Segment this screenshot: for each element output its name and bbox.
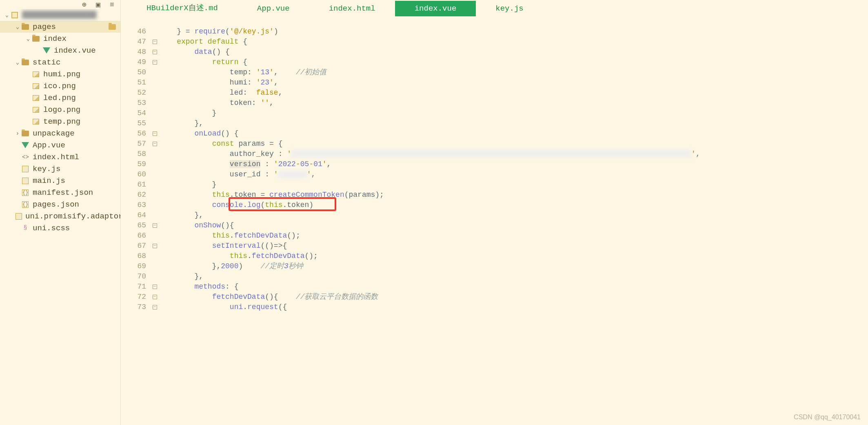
tab-app-vue[interactable]: App.vue xyxy=(238,1,309,16)
tree-item-key-js[interactable]: key.js xyxy=(0,163,120,175)
fold-marker[interactable]: − xyxy=(150,302,159,312)
fold-marker[interactable]: − xyxy=(150,220,159,231)
tree-item-ico-png[interactable]: ico.png xyxy=(0,80,120,92)
sidebar-toggle-icon[interactable]: ▣ xyxy=(96,1,102,8)
fold-marker[interactable]: − xyxy=(150,282,159,292)
editor-pane: HBuilderX自述.mdApp.vueindex.htmlindex.vue… xyxy=(120,0,868,425)
tree-root[interactable]: ⌄ ████████████████ xyxy=(0,9,120,21)
code-line-56[interactable]: onLoad() { xyxy=(159,129,868,139)
line-number: 57 xyxy=(121,139,150,149)
fold-marker[interactable]: − xyxy=(150,57,159,67)
code-line-53[interactable]: token: '', xyxy=(159,98,868,108)
code-line-49[interactable]: return { xyxy=(159,57,868,67)
tree-item-label: main.js xyxy=(33,176,65,185)
fold-marker xyxy=(150,108,159,118)
tree-item-label: index.html xyxy=(33,153,79,162)
fold-marker xyxy=(150,190,159,200)
code-line-66[interactable]: this.fetchDevData(); xyxy=(159,231,868,241)
code-line-51[interactable]: humi: '23', xyxy=(159,78,868,88)
fold-marker xyxy=(150,27,159,37)
code-line-55[interactable]: }, xyxy=(159,118,868,129)
code-line-71[interactable]: methods: { xyxy=(159,282,868,292)
tree-item-label: logo.png xyxy=(43,105,80,114)
tree-item-label: index.vue xyxy=(54,46,96,55)
line-number: 51 xyxy=(121,78,150,88)
fold-marker xyxy=(150,149,159,159)
fold-marker[interactable]: − xyxy=(150,292,159,302)
code-line-57[interactable]: const params = { xyxy=(159,139,868,149)
code-line-72[interactable]: fetchDevData(){ //获取云平台数据的函数 xyxy=(159,292,868,302)
code-line-54[interactable]: } xyxy=(159,108,868,118)
code-line-65[interactable]: onShow(){ xyxy=(159,220,868,231)
js-icon xyxy=(16,212,22,220)
fold-gutter: −−−−−−−−−− xyxy=(150,16,159,425)
editor-tabs: HBuilderX自述.mdApp.vueindex.htmlindex.vue… xyxy=(121,0,868,16)
code-line-52[interactable]: led: false, xyxy=(159,88,868,98)
menu-icon[interactable]: ≡ xyxy=(110,1,116,8)
code-line-50[interactable]: temp: '13', //初始值 xyxy=(159,67,868,78)
fold-marker[interactable]: − xyxy=(150,241,159,251)
tree-item-index-html[interactable]: <>index.html xyxy=(0,151,120,163)
target-icon[interactable]: ⊕ xyxy=(82,1,89,8)
fold-marker xyxy=(150,159,159,169)
code-area[interactable]: 4647484950515253545556575859606162636465… xyxy=(121,16,868,425)
code-line-67[interactable]: setInterval(()=>{ xyxy=(159,241,868,251)
fold-marker[interactable]: − xyxy=(150,47,159,57)
code-line-70[interactable]: }, xyxy=(159,271,868,282)
tab-key-js[interactable]: key.js xyxy=(476,1,543,16)
tree-item-index-vue[interactable]: index.vue xyxy=(0,45,120,56)
chevron-down-icon: ⌄ xyxy=(15,59,20,66)
fold-marker xyxy=(150,200,159,210)
tree-item-pages-json[interactable]: {}pages.json xyxy=(0,198,120,210)
vue-icon xyxy=(42,47,51,55)
tree-item-humi-png[interactable]: humi.png xyxy=(0,68,120,80)
json-icon: {} xyxy=(21,200,29,209)
tree-item-led-png[interactable]: led.png xyxy=(0,92,120,104)
line-number: 46 xyxy=(121,27,150,37)
sidebar-toolbar: ⊕ ▣ ≡ xyxy=(0,0,120,9)
tab-index-html[interactable]: index.html xyxy=(309,1,395,16)
tree-item-label: index xyxy=(43,34,67,43)
file-tree[interactable]: ⌄ ████████████████ ⌄pages⌄indexindex.vue… xyxy=(0,9,120,425)
image-icon xyxy=(32,106,40,114)
tree-item-logo-png[interactable]: logo.png xyxy=(0,104,120,116)
tree-item-app-vue[interactable]: App.vue xyxy=(0,139,120,151)
code-content[interactable]: } = require('@/key.js') export default {… xyxy=(159,16,868,425)
tree-item-pages[interactable]: ⌄pages xyxy=(0,21,120,33)
tree-item-uni-scss[interactable]: §uni.scss xyxy=(0,222,120,234)
tab-hbuilderx-md[interactable]: HBuilderX自述.md xyxy=(127,0,238,16)
code-line-68[interactable]: this.fetchDevData(); xyxy=(159,251,868,261)
code-line-58[interactable]: author_key : '', xyxy=(159,149,868,159)
code-line-47[interactable]: export default { xyxy=(159,37,868,47)
code-line-61[interactable]: } xyxy=(159,180,868,190)
code-line-46[interactable]: } = require('@/key.js') xyxy=(159,27,868,37)
code-line-73[interactable]: uni.request({ xyxy=(159,302,868,312)
tree-item-temp-png[interactable]: temp.png xyxy=(0,116,120,127)
code-line-69[interactable]: },2000) //定时3秒钟 xyxy=(159,261,868,271)
tree-item-manifest-json[interactable]: {}manifest.json xyxy=(0,187,120,198)
tree-item-index[interactable]: ⌄index xyxy=(0,33,120,45)
tab-index-vue[interactable]: index.vue xyxy=(395,1,476,16)
line-number: 66 xyxy=(121,231,150,241)
tree-item-unpackage[interactable]: ›unpackage xyxy=(0,127,120,139)
tree-item-uni-promisify-adaptor-js[interactable]: uni.promisify.adaptor.js xyxy=(0,210,120,222)
tree-item-label: ico.png xyxy=(43,82,76,91)
tree-item-label: pages xyxy=(33,22,56,31)
code-line-64[interactable]: }, xyxy=(159,210,868,220)
line-number: 47 xyxy=(121,37,150,47)
code-line-48[interactable]: data() { xyxy=(159,47,868,57)
tree-item-main-js[interactable]: main.js xyxy=(0,175,120,187)
fold-marker xyxy=(150,261,159,271)
line-number: 50 xyxy=(121,67,150,78)
fold-marker[interactable]: − xyxy=(150,129,159,139)
line-number: 73 xyxy=(121,302,150,312)
code-line-60[interactable]: user_id : '', xyxy=(159,169,868,180)
code-line-59[interactable]: version : '2022-05-01', xyxy=(159,159,868,169)
fold-marker[interactable]: − xyxy=(150,139,159,149)
json-icon: {} xyxy=(21,189,29,197)
tree-item-label: static xyxy=(33,58,60,67)
fold-marker[interactable]: − xyxy=(150,37,159,47)
fold-marker xyxy=(150,169,159,180)
line-number: 52 xyxy=(121,88,150,98)
tree-item-static[interactable]: ⌄static xyxy=(0,56,120,68)
